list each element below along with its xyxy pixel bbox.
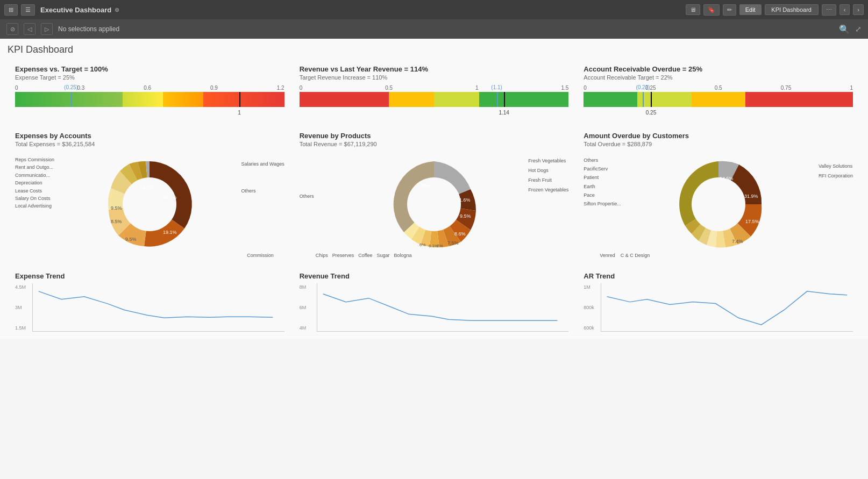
label-pace: Pace <box>584 191 621 199</box>
label-local-adv: Local Advertising <box>15 202 54 210</box>
expenses-right-labels: Salaries and Wages Others <box>241 161 284 194</box>
chart-section: Expenses by Accounts Total Expenses = $3… <box>8 127 860 266</box>
kpi3-blue-label: (0.22) <box>636 84 650 90</box>
kpi3-current-marker <box>651 92 652 107</box>
label-rent: Rent and Outgo... <box>15 163 54 171</box>
revenue-y3: 4M <box>300 325 317 331</box>
overdue-chart-title: Amount Overdue by Customers <box>584 132 853 140</box>
kpi1-target-marker <box>239 92 240 107</box>
app-title-icon: ⊕ <box>115 6 119 13</box>
selection-bar: ⊘ ◁ ▷ No selections applied 🔍 ⤢ <box>0 19 868 39</box>
expense-y2: 3M <box>15 305 32 310</box>
revenue-chart-title: Revenue by Products <box>300 132 569 140</box>
ar-trend-panel: AR Trend 1M 800k 600k <box>576 268 860 334</box>
kpi1-seg4 <box>203 92 284 107</box>
main-content: KPI Dashboard Expenses vs. Target = 100%… <box>0 39 868 339</box>
ar-trend-svg <box>601 283 853 331</box>
label-salaries: Salaries and Wages <box>241 161 284 167</box>
page-title: KPI Dashboard <box>8 44 860 55</box>
ar-line <box>607 291 847 325</box>
label-preserves: Preserves <box>332 253 354 258</box>
kpi2-axis: 00.511.5 <box>300 85 569 91</box>
ar-trend-title: AR Trend <box>584 272 853 280</box>
revenue-chart-panel: Revenue by Products Total Revenue = $67,… <box>292 127 577 266</box>
expand-icon[interactable]: ⤢ <box>855 25 862 33</box>
ar-trend-y-labels: 1M 800k 600k <box>584 283 601 331</box>
kpi2-current-marker <box>504 92 505 107</box>
overdue-right-labels: Valley Solutions RFI Corporation <box>819 161 853 181</box>
trend-section: Expense Trend 4.5M 3M 1.5M Revenue Trend <box>8 268 860 334</box>
current-tab[interactable]: KPI Dashboard <box>765 4 819 15</box>
kpi2-subtitle: Target Revenue Increase = 110% <box>300 74 569 81</box>
kpi1-bar <box>15 92 284 107</box>
pct-coffee-i: 6% <box>419 242 426 247</box>
pct-fresh-veg-i: 11.6% <box>457 197 471 203</box>
nav-back-button[interactable]: ‹ <box>839 4 850 15</box>
label-chips: Chips <box>316 253 328 258</box>
back-button[interactable]: ◁ <box>24 23 35 35</box>
no-selections-text: No selections applied <box>58 25 119 33</box>
label-rfi: RFI Corporation <box>819 171 853 181</box>
label-commission: Commission <box>247 253 274 258</box>
pct-others-ov: 14.5% <box>720 176 734 181</box>
label-patient: Patient <box>584 173 621 182</box>
edit-button[interactable]: Edit <box>739 4 762 15</box>
ar-trend-chart <box>601 283 853 332</box>
expense-trend-wrapper: 4.5M 3M 1.5M <box>15 283 284 332</box>
label-fresh-fruit: Fresh Fruit <box>528 175 568 185</box>
label-sifton: Sifton Propertie... <box>584 199 621 208</box>
monitor-button[interactable]: 🖥 <box>686 4 700 15</box>
kpi2-seg1 <box>300 92 389 107</box>
kpi2-seg4 <box>479 92 569 107</box>
revenue-y1: 8M <box>300 284 317 290</box>
revenue-left-labels: Others <box>300 194 314 199</box>
label-salary-costs: Salary On Costs <box>15 195 54 202</box>
clear-selections-button[interactable]: ⊘ <box>6 23 18 35</box>
list-button[interactable]: ☰ <box>21 4 35 16</box>
forward-button[interactable]: ▷ <box>41 23 53 35</box>
label-others-exp: Others <box>241 188 284 194</box>
kpi-revenue-panel: Revenue vs Last Year Revenue = 114% Targ… <box>292 61 577 125</box>
kpi2-blue-label: (1.1) <box>491 84 502 90</box>
expenses-left-labels: Reps Commission Rent and Outgo... Commun… <box>15 156 54 210</box>
nav-forward-button[interactable]: › <box>853 4 864 15</box>
overdue-donut-wrapper: 14.5% 31.9% 17.5% 7.4% Valley Solutions … <box>584 151 853 258</box>
label-others-rev: Others <box>300 194 314 199</box>
pct-frozen-veg-i: 7.5% <box>447 240 459 246</box>
search-icon[interactable]: 🔍 <box>839 24 850 34</box>
expenses-donut-svg: 14.2% 29.7% 19.1% 9.5% 8.5% 9.5% <box>96 151 203 258</box>
label-lease: Lease Costs <box>15 187 54 195</box>
label-frozen-veg: Frozen Vegetables <box>528 185 568 195</box>
revenue-trend-y-labels: 8M 6M 4M <box>300 283 317 331</box>
ar-y3: 600k <box>584 325 601 331</box>
donut-hole-ov <box>692 177 745 231</box>
kpi2-gauge: 00.511.5 1.14 (1.1) <box>300 85 569 107</box>
label-valley: Valley Solutions <box>819 161 853 171</box>
revenue-donut-svg: 35% 11.6% 9.5% 8.6% 7.5% 7% 6.1% 6% <box>380 151 488 258</box>
more-options-button[interactable]: ⋯ <box>822 4 836 16</box>
kpi1-seg2 <box>123 92 163 107</box>
pct-salaries: 29.7% <box>163 195 177 200</box>
monitor-icon: 🖥 <box>690 6 696 13</box>
revenue-donut-wrapper: 35% 11.6% 9.5% 8.6% 7.5% 7% 6.1% 6% Othe… <box>300 151 569 258</box>
bookmark-button[interactable]: 🔖 <box>703 4 720 16</box>
expense-trend-y-labels: 4.5M 3M 1.5M <box>15 283 32 331</box>
kpi2-title: Revenue vs Last Year Revenue = 114% <box>300 65 569 73</box>
label-others-ov: Others <box>584 156 621 165</box>
kpi3-subtitle: Account Receivable Target = 22% <box>584 74 853 81</box>
app-menu-button[interactable]: ⊞ <box>4 4 18 16</box>
revenue-trend-chart <box>317 283 569 332</box>
kpi3-seg4 <box>745 92 853 107</box>
kpi1-axis: 00.30.60.91.2 <box>15 85 284 91</box>
revenue-bottom-labels: Chips Preserves Coffee Sugar Bologna <box>316 253 412 258</box>
pct-hot-dogs-i: 9.5% <box>460 213 471 219</box>
app-title: Executive Dashboard <box>40 6 111 14</box>
kpi2-bar-wrapper: 1.14 (1.1) <box>300 92 569 107</box>
kpi1-blue-marker <box>71 92 72 107</box>
pct-valley-i: 31.9% <box>744 194 758 199</box>
kpi3-seg2 <box>637 92 691 107</box>
revenue-right-labels: Fresh Vegetables Hot Dogs Fresh Fruit Fr… <box>528 156 568 195</box>
pct-fresh-fruit-i: 8.6% <box>454 231 466 237</box>
pencil-icon[interactable]: ✏ <box>723 4 736 16</box>
kpi1-seg1 <box>15 92 123 107</box>
